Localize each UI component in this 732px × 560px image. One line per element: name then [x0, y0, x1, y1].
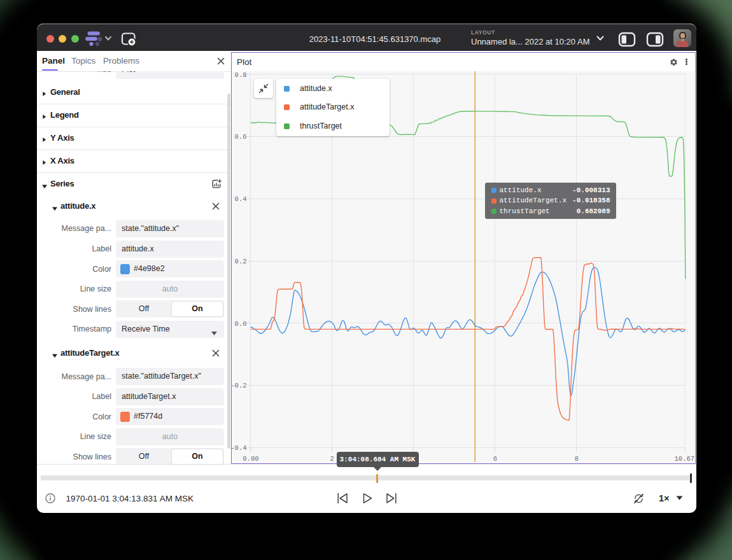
svg-text:0.8: 0.8 — [235, 71, 247, 79]
svg-text:0.0: 0.0 — [235, 320, 247, 328]
svg-text:6: 6 — [493, 455, 497, 462]
svg-text:0.6: 0.6 — [235, 133, 247, 141]
svg-text:-0.2: -0.2 — [232, 382, 247, 389]
svg-text:8: 8 — [575, 455, 579, 462]
svg-text:2: 2 — [330, 455, 334, 462]
svg-text:0.00: 0.00 — [243, 455, 258, 462]
svg-text:-0.4: -0.4 — [232, 444, 247, 452]
svg-text:0.4: 0.4 — [235, 195, 247, 203]
svg-text:10.67: 10.67 — [675, 455, 694, 462]
svg-text:0.2: 0.2 — [235, 258, 247, 265]
